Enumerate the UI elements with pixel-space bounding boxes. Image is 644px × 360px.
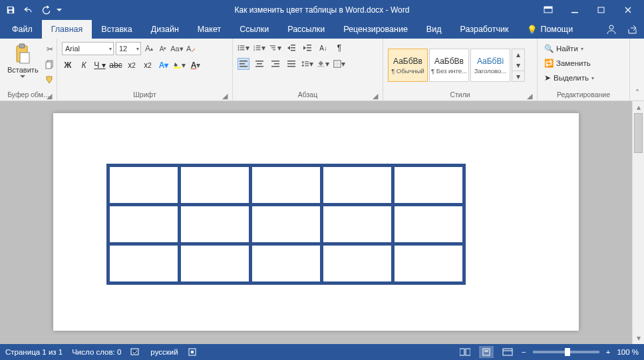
- print-layout-icon[interactable]: [479, 346, 494, 358]
- bullets-icon[interactable]: ▾: [238, 42, 249, 54]
- svg-rect-7: [20, 53, 29, 63]
- undo-icon[interactable]: [20, 2, 36, 18]
- justify-icon[interactable]: [285, 58, 297, 70]
- styles-scroll-down-icon[interactable]: ▾: [512, 60, 524, 71]
- font-launcher-icon[interactable]: ◢: [221, 92, 229, 100]
- tab-file[interactable]: Файл: [3, 20, 42, 39]
- underline-icon[interactable]: Ч ▾: [94, 59, 106, 71]
- tab-review[interactable]: Рецензирование: [334, 20, 417, 39]
- minimize-icon[interactable]: [562, 1, 588, 19]
- subscript-icon[interactable]: x2: [126, 59, 138, 71]
- tab-insert[interactable]: Вставка: [92, 20, 141, 39]
- style-no-spacing[interactable]: АаБбВв ¶ Без инте...: [429, 49, 469, 82]
- align-right-icon[interactable]: [269, 58, 281, 70]
- paste-button[interactable]: Вставить: [5, 42, 41, 80]
- maximize-icon[interactable]: [588, 1, 615, 19]
- group-styles: АаБбВв ¶ Обычный АаБбВв ¶ Без инте... Аа…: [383, 39, 538, 100]
- font-name-combo[interactable]: Arial▾: [62, 42, 114, 55]
- macro-icon[interactable]: [188, 347, 197, 357]
- table-row: [109, 166, 463, 204]
- document-table[interactable]: [106, 164, 466, 285]
- save-icon[interactable]: [3, 2, 19, 18]
- web-layout-icon[interactable]: [500, 346, 515, 358]
- search-icon: 🔍: [544, 44, 554, 53]
- vertical-scrollbar[interactable]: ▴ ▾: [632, 101, 644, 344]
- svg-rect-46: [305, 63, 309, 64]
- ribbon-display-icon[interactable]: [535, 1, 562, 19]
- tab-mailings[interactable]: Рассылки: [278, 20, 334, 39]
- document-area: ▴ ▾: [0, 101, 644, 344]
- share-icon[interactable]: [628, 25, 639, 34]
- tell-me[interactable]: 💡 Помощи: [518, 20, 582, 39]
- font-color-icon[interactable]: А▾: [190, 59, 202, 71]
- zoom-level[interactable]: 100 %: [617, 348, 639, 356]
- align-center-icon[interactable]: [253, 58, 265, 70]
- svg-rect-43: [287, 63, 295, 65]
- collapse-ribbon-icon[interactable]: ˄: [635, 89, 639, 98]
- scroll-thumb[interactable]: [634, 113, 643, 153]
- redo-icon[interactable]: [37, 2, 53, 18]
- tab-design[interactable]: Дизайн: [142, 20, 188, 39]
- styles-launcher-icon[interactable]: ◢: [526, 92, 534, 100]
- styles-scroll-up-icon[interactable]: ▴: [512, 49, 524, 60]
- bold-icon[interactable]: Ж: [62, 59, 74, 71]
- copy-icon[interactable]: [44, 59, 56, 71]
- shading-icon[interactable]: ▾: [317, 58, 329, 70]
- account-icon[interactable]: [605, 24, 617, 35]
- tab-view[interactable]: Вид: [417, 20, 451, 39]
- grow-font-icon[interactable]: A▴: [143, 43, 155, 55]
- svg-text:A: A: [186, 45, 192, 53]
- clipboard-launcher-icon[interactable]: ◢: [45, 92, 53, 100]
- italic-icon[interactable]: К: [78, 59, 90, 71]
- page-scroll[interactable]: [0, 101, 632, 344]
- format-painter-icon[interactable]: [44, 74, 56, 86]
- zoom-slider[interactable]: [533, 351, 599, 353]
- borders-icon[interactable]: ▾: [333, 58, 345, 70]
- show-marks-icon[interactable]: ¶: [333, 42, 345, 54]
- tab-home[interactable]: Главная: [42, 20, 92, 39]
- highlight-icon[interactable]: ▾: [174, 59, 186, 71]
- style-normal[interactable]: АаБбВв ¶ Обычный: [388, 49, 428, 82]
- superscript-icon[interactable]: x2: [142, 59, 154, 71]
- styles-more-icon[interactable]: ▾: [512, 71, 524, 81]
- svg-rect-34: [240, 63, 245, 65]
- close-icon[interactable]: [615, 1, 641, 19]
- shrink-font-icon[interactable]: A▾: [157, 43, 169, 55]
- tab-layout[interactable]: Макет: [188, 20, 230, 39]
- tab-references[interactable]: Ссылки: [230, 20, 278, 39]
- strikethrough-icon[interactable]: abc: [110, 59, 122, 71]
- paragraph-launcher-icon[interactable]: ◢: [371, 92, 379, 100]
- increase-indent-icon[interactable]: [301, 42, 313, 54]
- numbering-icon[interactable]: 123▾: [253, 42, 265, 54]
- svg-rect-25: [271, 47, 275, 48]
- multilevel-list-icon[interactable]: ▾: [269, 42, 281, 54]
- change-case-icon[interactable]: Aa▾: [171, 43, 183, 55]
- status-page[interactable]: Страница 1 из 1: [5, 348, 63, 356]
- replace-icon: 🔁: [544, 59, 554, 68]
- zoom-out-icon[interactable]: −: [522, 348, 526, 356]
- qa-customize-icon[interactable]: [55, 2, 64, 18]
- scroll-up-icon[interactable]: ▴: [633, 101, 644, 113]
- scroll-down-icon[interactable]: ▾: [633, 332, 644, 344]
- select-button[interactable]: ➤Выделить▾: [542, 71, 596, 85]
- tab-developer[interactable]: Разработчик: [450, 20, 518, 39]
- svg-rect-1: [544, 7, 552, 9]
- align-left-icon[interactable]: [238, 58, 249, 70]
- decrease-indent-icon[interactable]: [285, 42, 297, 54]
- find-button[interactable]: 🔍Найти▾: [542, 42, 585, 55]
- status-language[interactable]: русский: [150, 348, 178, 356]
- line-spacing-icon[interactable]: ▾: [301, 58, 313, 70]
- window-title: Как изменить цвет таблицы в Word.docx - …: [235, 5, 410, 15]
- cut-icon[interactable]: ✂: [44, 43, 56, 55]
- style-heading1[interactable]: АаБбВі Заголово...: [470, 49, 510, 82]
- group-clipboard-label: Буфер обм...◢: [3, 89, 53, 100]
- read-mode-icon[interactable]: [458, 346, 472, 358]
- spellcheck-icon[interactable]: [130, 347, 141, 357]
- status-words[interactable]: Число слов: 0: [72, 348, 121, 356]
- font-size-combo[interactable]: 12▾: [116, 42, 141, 55]
- replace-button[interactable]: 🔁Заменить: [542, 57, 593, 70]
- text-effects-icon[interactable]: A▾: [158, 59, 170, 71]
- zoom-in-icon[interactable]: +: [606, 348, 611, 356]
- sort-icon[interactable]: A↓: [317, 42, 329, 54]
- clear-formatting-icon[interactable]: A: [185, 43, 197, 55]
